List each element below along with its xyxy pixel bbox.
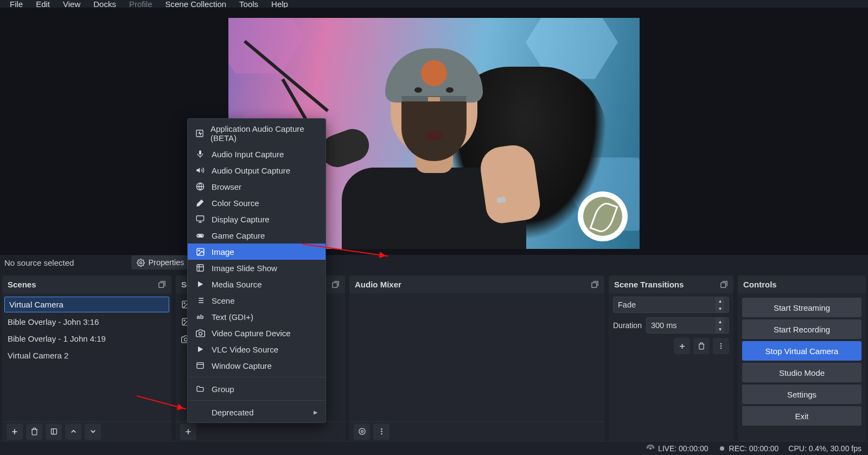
menu-profile[interactable]: Profile (123, 0, 159, 8)
chevron-up-icon[interactable]: ▲ (716, 297, 724, 305)
svg-point-26 (198, 249, 199, 251)
source-type-deprecated[interactable]: Deprecated▸ (188, 404, 326, 420)
scenes-toolbar (2, 421, 171, 441)
popout-icon[interactable] (720, 280, 728, 289)
remove-scene-button[interactable] (26, 424, 42, 440)
exit-button[interactable]: Exit (742, 406, 861, 426)
popout-icon[interactable] (591, 280, 599, 289)
kebab-icon (717, 342, 725, 350)
mixer-settings-button[interactable] (354, 424, 370, 440)
chevron-up-icon[interactable]: ▲ (716, 318, 724, 325)
source-type-color-source[interactable]: Color Source (188, 195, 326, 211)
text-icon: ab (195, 312, 205, 322)
mic-icon (195, 149, 205, 159)
svg-point-31 (719, 446, 724, 450)
trash-icon (698, 342, 705, 350)
source-type-game-capture[interactable]: Game Capture (188, 227, 326, 243)
svg-point-14 (381, 433, 382, 435)
chevron-down-icon[interactable]: ▼ (716, 305, 724, 312)
add-source-button[interactable] (180, 424, 196, 440)
source-type-window-capture[interactable]: Window Capture (188, 357, 326, 374)
svg-rect-29 (197, 363, 203, 369)
camera-icon (195, 328, 205, 338)
svg-point-7 (183, 319, 184, 321)
svg-point-8 (184, 338, 187, 341)
mixer-title: Audio Mixer (355, 280, 401, 289)
docks-row: Scenes Virtual CameraBible Overlay - Joh… (0, 275, 868, 441)
transition-menu-button[interactable] (713, 338, 729, 354)
duration-label: Duration (613, 321, 642, 330)
menu-help[interactable]: Help (265, 0, 295, 8)
source-toolbar: No source selected Properties (0, 255, 868, 270)
svg-rect-1 (159, 283, 164, 287)
source-type-display-capture[interactable]: Display Capture (188, 211, 326, 227)
chevron-down-icon (89, 427, 97, 435)
transition-select[interactable]: Fade ▲▼ (613, 297, 729, 313)
start-recording-button[interactable]: Start Recording (742, 319, 861, 339)
scenes-dock: Scenes Virtual CameraBible Overlay - Joh… (2, 275, 171, 441)
duration-input[interactable]: 300 ms ▲▼ (646, 317, 729, 334)
source-type-audio-input-capture[interactable]: Audio Input Capture (188, 146, 326, 162)
remove-transition-button[interactable] (693, 338, 710, 354)
sources-toolbar (176, 421, 345, 441)
controls-dock: Controls Start Streaming Start Recording… (738, 275, 866, 441)
source-type-browser[interactable]: Browser (188, 178, 326, 195)
popout-icon[interactable] (158, 280, 166, 289)
status-cpu: CPU: 0.4%, 30.00 fps (788, 444, 861, 453)
transitions-dock: Scene Transitions Fade ▲▼ Duration 300 m… (609, 275, 733, 441)
add-scene-button[interactable] (7, 424, 23, 440)
menu-edit[interactable]: Edit (29, 0, 56, 8)
chevron-down-icon[interactable]: ▼ (716, 325, 724, 333)
menu-tools[interactable]: Tools (233, 0, 265, 8)
menu-view[interactable]: View (56, 0, 87, 8)
gamepad-icon (195, 230, 205, 240)
source-type-audio-output-capture[interactable]: Audio Output Capture (188, 162, 326, 178)
menu-docks[interactable]: Docks (87, 0, 123, 8)
source-type-video-capture-device[interactable]: Video Capture Device (188, 325, 326, 341)
svg-rect-9 (592, 283, 597, 287)
popout-icon[interactable] (331, 280, 340, 289)
record-icon (718, 445, 726, 452)
source-type-media-source[interactable]: Media Source (188, 276, 326, 292)
stop-virtual-camera-button[interactable]: Stop Virtual Camera (742, 341, 861, 361)
svg-point-18 (720, 348, 722, 349)
mixer-menu-button[interactable] (373, 424, 390, 440)
monitor-icon (195, 214, 205, 224)
source-type-vlc-video-source[interactable]: VLC Video Source (188, 341, 326, 357)
status-rec: REC: 00:00:00 (718, 444, 779, 453)
svg-point-30 (650, 447, 652, 449)
kebab-icon (378, 427, 386, 435)
scene-item[interactable]: Bible Overlay - 1 John 4:19 (2, 330, 171, 347)
source-type-text-gdi[interactable]: abText (GDI+) (188, 309, 326, 325)
svg-point-0 (140, 261, 142, 264)
folder-icon (195, 384, 205, 394)
properties-button[interactable]: Properties (131, 255, 189, 270)
image-icon (195, 247, 205, 257)
scene-down-button[interactable] (85, 424, 101, 440)
svg-rect-3 (333, 283, 337, 287)
globe-icon (195, 182, 205, 191)
scene-item[interactable]: Virtual Camera (4, 297, 169, 312)
settings-button[interactable]: Settings (742, 384, 861, 404)
scene-item[interactable]: Bible Overlay - John 3:16 (2, 313, 171, 330)
source-type-application-audio-capture-beta[interactable]: Application Audio Capture (BETA) (188, 121, 326, 146)
scene-up-button[interactable] (65, 424, 81, 440)
start-streaming-button[interactable]: Start Streaming (742, 298, 861, 317)
source-type-image-slide-show[interactable]: Image Slide Show (188, 260, 326, 276)
source-type-scene[interactable]: Scene (188, 292, 326, 309)
mixer-toolbar (349, 421, 604, 441)
gear-icon (137, 259, 145, 267)
menu-bar: FileEditViewDocksProfileScene Collection… (0, 0, 868, 8)
source-type-image[interactable]: Image (188, 243, 326, 260)
add-transition-button[interactable] (674, 338, 690, 354)
add-source-context-menu[interactable]: Application Audio Capture (BETA)Audio In… (187, 118, 326, 423)
studio-mode-button[interactable]: Studio Mode (742, 363, 861, 382)
scene-filter-button[interactable] (46, 424, 62, 440)
plus-icon (184, 427, 193, 436)
source-type-group[interactable]: Group (188, 381, 326, 397)
menu-file[interactable]: File (3, 0, 29, 8)
menu-scene-collection[interactable]: Scene Collection (159, 0, 233, 8)
svg-point-24 (202, 236, 203, 237)
scene-item[interactable]: Virtual Camera 2 (2, 347, 171, 364)
speaker-icon (195, 165, 205, 175)
